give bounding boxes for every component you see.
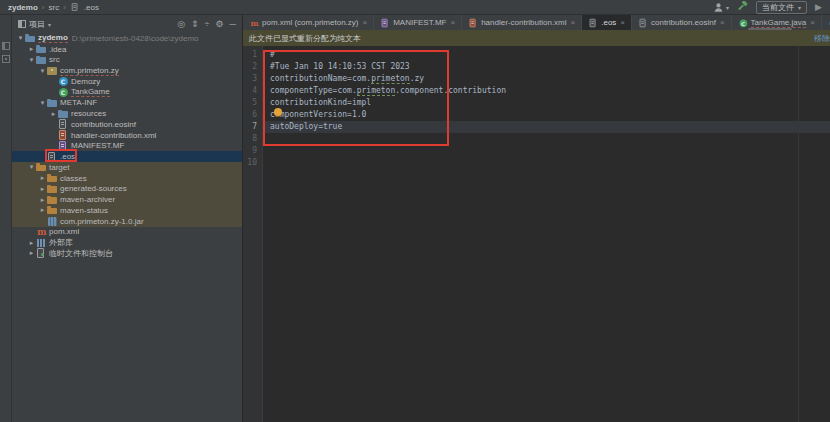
tree-item-meta-inf[interactable]: ▾META-INF: [12, 98, 242, 109]
code-line[interactable]: autoDeploy=true: [263, 121, 830, 133]
project-panel-toolbar: ◎⇕÷⚙─: [177, 19, 236, 29]
tree-item-handler-contribution.xml[interactable]: handler-contribution.xml: [12, 130, 242, 141]
tree-item-.idea[interactable]: ▸.idea: [12, 44, 242, 55]
plain-text-banner: 此文件已显式重新分配为纯文本 移除分配: [243, 30, 830, 46]
tree-item-generated-sources[interactable]: ▸generated-sources: [12, 184, 242, 195]
tree-toggle-icon[interactable]: ▾: [38, 66, 47, 76]
xml-file-icon: [58, 130, 68, 140]
tree-toggle-icon[interactable]: ▾: [27, 55, 36, 65]
tree-item-resources[interactable]: ▸resources: [12, 108, 242, 119]
bookmarks-tool-window-icon[interactable]: [2, 55, 10, 63]
close-icon[interactable]: ×: [620, 18, 625, 27]
run-configuration-label: 当前文件: [762, 2, 794, 13]
tree-item-label: maven-archiver: [60, 195, 115, 204]
code-line[interactable]: [263, 145, 830, 157]
tab-.eos[interactable]: .eos×: [582, 15, 632, 30]
tree-toggle-icon[interactable]: ▸: [49, 109, 58, 119]
tree-toggle-icon[interactable]: ▸: [38, 184, 47, 194]
run-configuration-select[interactable]: 当前文件 ▾: [756, 1, 807, 14]
code-line[interactable]: contributionName=com.primeton.zy: [263, 73, 830, 85]
tree-item-label: pom.xml: [49, 227, 79, 236]
tree-toggle-icon[interactable]: ▸: [38, 173, 47, 183]
tree-item-manifest.mf[interactable]: MANIFEST.MF: [12, 141, 242, 152]
close-icon[interactable]: ×: [810, 18, 815, 27]
tab-pom.xml-com.primeton.zy-[interactable]: pom.xml (com.primeton.zy)×: [243, 15, 374, 30]
tree-toggle-icon[interactable]: ▸: [27, 44, 36, 54]
tree-item-classes[interactable]: ▸classes: [12, 173, 242, 184]
folder-icon: [36, 44, 46, 54]
project-view-icon: [18, 20, 26, 28]
tree-item-tankgame[interactable]: TankGame: [12, 87, 242, 98]
code-line[interactable]: [263, 133, 830, 145]
tree-toggle-icon[interactable]: ▾: [16, 33, 25, 43]
editor-tab-bar: pom.xml (com.primeton.zy)×MANIFEST.MF×ha…: [243, 15, 830, 30]
maven-icon: [250, 18, 259, 27]
close-icon[interactable]: ×: [450, 18, 455, 27]
tab-label: MANIFEST.MF: [393, 18, 446, 27]
tab-handler-contribution.xml[interactable]: handler-contribution.xml×: [462, 15, 582, 30]
tab-demozy.java[interactable]: Demozy.java×: [822, 15, 830, 30]
code-editor[interactable]: 12345678910 ##Tue Jan 10 14:10:53 CST 20…: [243, 46, 830, 422]
chevron-down-icon[interactable]: ▾: [48, 21, 51, 28]
banner-remove-link[interactable]: 移除分配: [814, 33, 830, 44]
banner-text: 此文件已显式重新分配为纯文本: [249, 33, 361, 44]
code-line[interactable]: [263, 157, 830, 169]
tab-contribution.eosinf[interactable]: contribution.eosinf×: [632, 15, 732, 30]
code-line[interactable]: #Tue Jan 10 14:10:53 CST 2023: [263, 61, 830, 73]
tree-toggle-icon[interactable]: ▾: [38, 98, 47, 108]
code-line[interactable]: componentVersion=1.0: [263, 109, 830, 121]
hammer-icon: [737, 1, 748, 12]
tree-item--[interactable]: ▸临时文件和控制台: [12, 248, 242, 259]
line-number: 7: [243, 121, 262, 133]
tab-bar-scrollbar[interactable]: [748, 28, 792, 30]
tree-toggle-icon[interactable]: ▸: [27, 238, 36, 248]
intention-bulb-icon[interactable]: [274, 108, 282, 116]
user-account-button[interactable]: ▾: [713, 2, 729, 13]
tree-item--[interactable]: ▸外部库: [12, 237, 242, 248]
breadcrumb-project[interactable]: zydemo: [8, 3, 38, 12]
tree-item-maven-status[interactable]: ▸maven-status: [12, 205, 242, 216]
line-number: 10: [243, 157, 262, 169]
locate-icon[interactable]: ◎: [177, 19, 185, 29]
close-icon[interactable]: ×: [571, 18, 576, 27]
tree-item-maven-archiver[interactable]: ▸maven-archiver: [12, 194, 242, 205]
expand-all-icon[interactable]: ⇕: [191, 19, 199, 29]
run-button[interactable]: ▶: [815, 3, 822, 12]
settings-icon[interactable]: ⚙: [216, 19, 224, 29]
tree-item-target[interactable]: ▾target: [12, 162, 242, 173]
text-file-icon: [589, 18, 598, 27]
tree-item-.eos[interactable]: .eos: [12, 151, 242, 162]
project-panel-title[interactable]: 项目: [29, 19, 45, 30]
libraries-icon: [36, 238, 46, 248]
tree-item-src[interactable]: ▾src: [12, 55, 242, 66]
code-line[interactable]: contributionKind=impl: [263, 97, 830, 109]
collapse-all-icon[interactable]: ÷: [205, 19, 210, 29]
tree-item-pom.xml[interactable]: pom.xml: [12, 227, 242, 238]
manifest-file-icon: [58, 141, 68, 151]
excluded-folder-icon: [47, 205, 57, 215]
breadcrumb-file[interactable]: .eos: [84, 3, 99, 12]
project-tool-window-icon[interactable]: [2, 42, 10, 50]
chevron-right-icon: ›: [42, 3, 45, 12]
code-line[interactable]: componentType=com.primeton.component.con…: [263, 85, 830, 97]
tree-item-zydemo[interactable]: ▾zydemoD:\primeton\esb-0428\code\zydemo: [12, 33, 242, 44]
build-button[interactable]: [737, 1, 748, 14]
tab-manifest.mf[interactable]: MANIFEST.MF×: [374, 15, 462, 30]
tree-item-label: zydemo: [38, 33, 68, 43]
close-icon[interactable]: ×: [720, 18, 725, 27]
tree-toggle-icon[interactable]: ▸: [27, 248, 36, 258]
tree-item-com.primeton.zy-1.0.jar[interactable]: com.primeton.zy-1.0.jar: [12, 216, 242, 227]
tree-toggle-icon[interactable]: ▸: [38, 195, 47, 205]
tree-item-com.primeton.zy[interactable]: ▾com.primeton.zy: [12, 65, 242, 76]
project-panel-header: 项目 ▾ ◎⇕÷⚙─: [12, 15, 242, 33]
breadcrumb-src[interactable]: src: [48, 3, 59, 12]
close-icon[interactable]: ×: [362, 18, 367, 27]
tree-toggle-icon[interactable]: ▸: [38, 205, 47, 215]
excluded-folder-icon: [47, 184, 57, 194]
code-line[interactable]: #: [263, 49, 830, 61]
tree-toggle-icon[interactable]: ▾: [27, 162, 36, 172]
code-content[interactable]: ##Tue Jan 10 14:10:53 CST 2023contributi…: [263, 46, 830, 169]
hide-panel-icon[interactable]: ─: [230, 19, 236, 29]
tree-item-demozy[interactable]: Demozy: [12, 76, 242, 87]
tree-item-contribution.eosinf[interactable]: contribution.eosinf: [12, 119, 242, 130]
